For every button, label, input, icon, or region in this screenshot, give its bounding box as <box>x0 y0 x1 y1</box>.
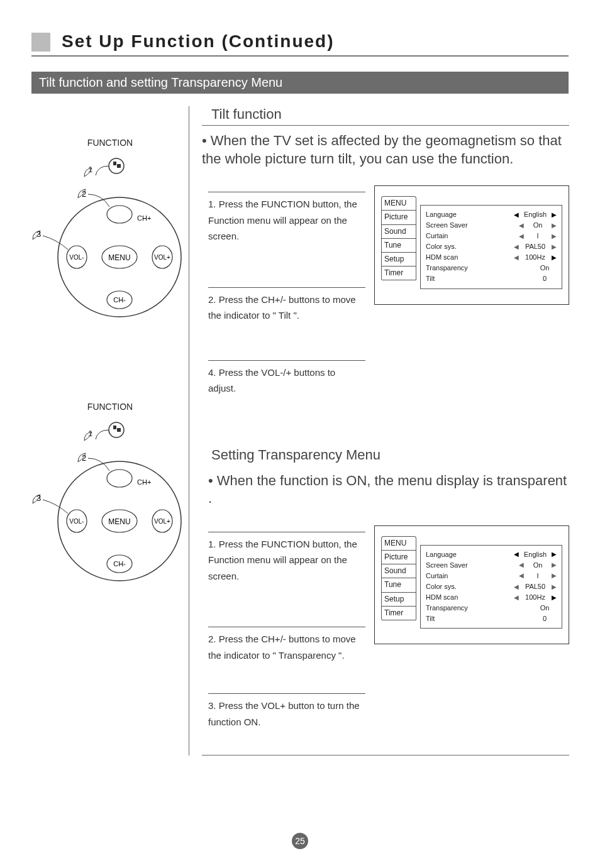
osd-tab-sound: Sound <box>381 224 416 238</box>
svg-rect-18 <box>113 426 116 429</box>
svg-point-17 <box>109 422 124 437</box>
svg-rect-19 <box>117 428 121 432</box>
osd-tab-tune: Tune <box>381 238 416 252</box>
svg-text:VOL+: VOL+ <box>154 254 170 261</box>
tilt-step-4: 4. Press the VOL-/+ buttons to adjust. <box>208 365 365 397</box>
tilt-heading: Tilt function <box>211 106 282 122</box>
tilt-intro: When the TV set is affected by the geoma… <box>202 132 569 168</box>
transparency-step-3: 3. Press the VOL+ button to turn the fun… <box>208 698 365 730</box>
page-title: Set Up Function (Continued) <box>62 31 335 52</box>
svg-point-0 <box>109 158 124 173</box>
transparency-intro: When the function is ON, the menu displa… <box>202 472 569 508</box>
title-accent-box <box>31 33 50 52</box>
svg-text:CH-: CH- <box>113 296 126 304</box>
function-label: FUNCTION <box>31 138 189 148</box>
osd-tab-menu: MENU <box>381 536 416 550</box>
function-label: FUNCTION <box>31 402 189 412</box>
svg-text:2: 2 <box>82 453 86 463</box>
svg-text:CH+: CH+ <box>137 214 151 222</box>
tilt-step-2: 2. Press the CH+/- buttons to move the i… <box>208 292 365 324</box>
osd-tab-tune: Tune <box>381 578 416 591</box>
svg-text:CH+: CH+ <box>137 478 151 486</box>
osd-tab-menu: MENU <box>381 196 416 210</box>
tilt-step-1: 1. Press the FUNCTION button, the Functi… <box>208 196 365 244</box>
osd-tab-picture: Picture <box>381 550 416 564</box>
svg-text:1: 1 <box>88 165 92 174</box>
remote-dpad-icon: MENU VOL- VOL+ CH+ CH- 2 3 <box>31 182 189 326</box>
osd-tab-sound: Sound <box>381 564 416 578</box>
osd-tab-picture: Picture <box>381 210 416 224</box>
osd-tab-setup: Setup <box>381 592 416 606</box>
svg-rect-2 <box>117 164 121 168</box>
svg-rect-1 <box>113 162 116 165</box>
transparency-step-1: 1. Press the FUNCTION button, the Functi… <box>208 536 365 585</box>
osd-tab-timer: Timer <box>381 606 416 620</box>
svg-text:MENU: MENU <box>108 517 130 526</box>
section-bar: Tilt function and setting Transparency M… <box>31 72 569 94</box>
osd-screenshot-tilt: MENU Picture Sound Tune Setup Timer Lang… <box>374 185 569 304</box>
transparency-heading: Setting Transparency Menu <box>211 447 381 463</box>
remote-diagram-1: FUNCTION 1 <box>31 138 189 326</box>
title-row: Set Up Function (Continued) <box>31 31 569 57</box>
svg-text:MENU: MENU <box>108 253 130 262</box>
remote-diagram-2: FUNCTION 1 <box>31 402 189 590</box>
svg-point-5 <box>107 206 132 223</box>
page-number: 25 <box>292 833 308 849</box>
svg-text:CH-: CH- <box>113 560 126 568</box>
svg-text:1: 1 <box>88 429 92 438</box>
svg-text:VOL+: VOL+ <box>154 518 170 525</box>
svg-text:2: 2 <box>82 189 86 199</box>
svg-text:VOL-: VOL- <box>69 254 84 261</box>
transparency-step-2: 2. Press the CH+/- buttons to move the i… <box>208 631 365 663</box>
svg-text:VOL-: VOL- <box>69 518 84 525</box>
osd-tab-timer: Timer <box>381 266 416 280</box>
svg-point-22 <box>107 470 132 487</box>
osd-tab-setup: Setup <box>381 252 416 266</box>
osd-screenshot-transparency: MENU Picture Sound Tune Setup Timer Lang… <box>374 525 569 644</box>
remote-dpad-icon: MENU VOL- VOL+ CH+ CH- 2 3 <box>31 446 189 590</box>
